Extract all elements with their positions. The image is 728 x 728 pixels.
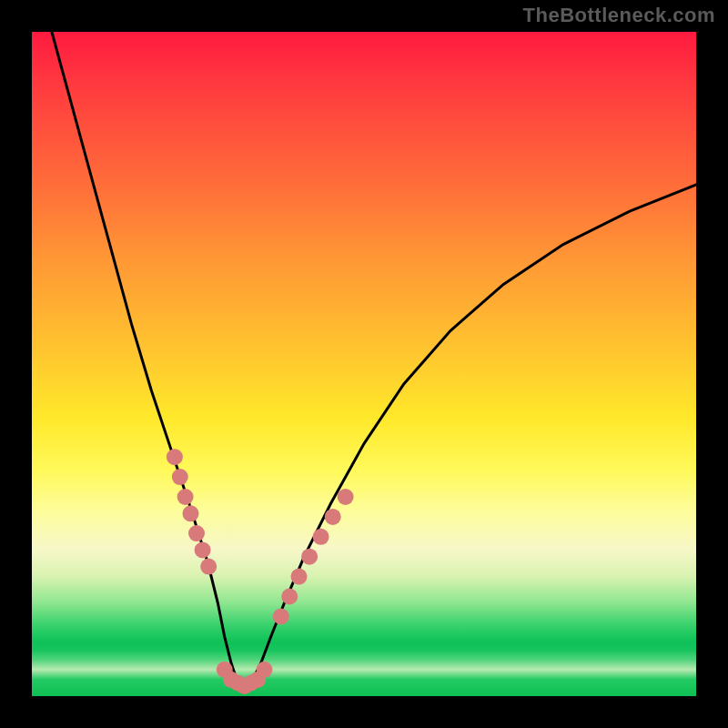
highlight-dot	[257, 662, 273, 678]
highlight-dot	[167, 449, 183, 465]
highlight-dot	[291, 569, 308, 585]
watermark-text: TheBottleneck.com	[523, 4, 715, 27]
highlight-markers	[167, 449, 354, 694]
curve-svg	[32, 32, 696, 696]
highlight-dot	[200, 559, 217, 575]
chart-frame: TheBottleneck.com	[0, 0, 728, 728]
highlight-dot	[177, 489, 194, 505]
highlight-dot	[313, 529, 329, 545]
highlight-dot	[195, 541, 211, 558]
highlight-dot	[183, 505, 199, 521]
highlight-dot	[325, 509, 341, 525]
highlight-dot	[188, 525, 205, 541]
highlight-dot	[172, 469, 188, 485]
highlight-dot	[301, 549, 318, 565]
highlight-dot	[338, 489, 354, 505]
bottleneck-curve-path	[52, 32, 696, 690]
highlight-dot	[281, 589, 298, 605]
highlight-dot	[273, 608, 289, 624]
